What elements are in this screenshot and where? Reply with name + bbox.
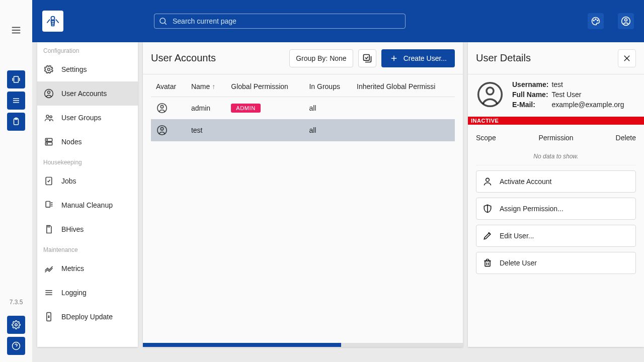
search-field[interactable]: [154, 14, 406, 29]
column-inherited-global-permissi[interactable]: Inherited Global Permissi: [352, 74, 455, 97]
cell-inherited: [352, 119, 455, 141]
sidenav-item-label: User Groups: [61, 114, 101, 122]
palette-icon: [591, 16, 601, 26]
plus-icon: [389, 54, 398, 63]
svg-point-11: [15, 324, 18, 326]
svg-point-26: [46, 115, 49, 118]
account-icon: [44, 88, 54, 99]
cell-in-groups: all: [304, 119, 352, 141]
edit-user-label: Edit User...: [500, 232, 534, 240]
theme-button[interactable]: [588, 13, 604, 29]
svg-line-17: [165, 23, 166, 24]
sidenav-item-metrics[interactable]: Metrics: [37, 256, 138, 281]
menu-button[interactable]: [6, 20, 26, 40]
app-logo[interactable]: [42, 11, 63, 32]
cell-permission: [226, 119, 304, 141]
gear-icon: [44, 64, 54, 74]
create-user-button[interactable]: Create User...: [381, 49, 455, 67]
profile-button[interactable]: [618, 13, 634, 29]
rail-nav-1[interactable]: [7, 70, 25, 88]
horizontal-scrollbar[interactable]: [143, 343, 463, 347]
account-icon: [621, 16, 631, 26]
person-icon: [482, 176, 493, 187]
rail-nav-3[interactable]: [7, 113, 25, 131]
table-row[interactable]: adminADMINall: [151, 97, 455, 120]
rail-help[interactable]: [7, 337, 25, 355]
sidenav-item-label: Nodes: [61, 138, 82, 146]
perm-col-delete: Delete: [583, 134, 636, 142]
svg-point-25: [48, 91, 50, 94]
sidenav-item-jobs[interactable]: Jobs: [37, 169, 138, 193]
detail-title: User Details: [476, 52, 531, 64]
permissions-header: Scope Permission Delete: [476, 130, 636, 146]
svg-rect-3: [14, 76, 19, 82]
edit-user-button[interactable]: Edit User...: [476, 225, 636, 247]
delete-user-label: Delete User: [500, 259, 537, 267]
edit-icon: [482, 231, 493, 241]
svg-point-23: [48, 68, 50, 71]
column-global-permission[interactable]: Global Permission: [226, 74, 304, 97]
select-all-icon: [362, 53, 372, 63]
bulk-select-button[interactable]: [358, 49, 376, 67]
left-rail: 7.3.5: [0, 0, 32, 362]
list-icon: [44, 288, 54, 298]
sweep-icon: [44, 200, 54, 210]
sidenav-item-user-accounts[interactable]: User Accounts: [37, 81, 138, 106]
group-by-button[interactable]: Group By: None: [289, 49, 353, 67]
svg-point-55: [486, 178, 490, 182]
svg-point-30: [47, 139, 48, 140]
sidenav-item-label: User Accounts: [61, 89, 107, 98]
column-in-groups[interactable]: In Groups: [304, 74, 352, 97]
shield-icon: [482, 204, 493, 214]
sidenav-item-bhives[interactable]: BHives: [37, 217, 138, 241]
sidenav-section-label: Housekeeping: [37, 154, 138, 169]
assign-permission-button[interactable]: Assign Permission...: [476, 198, 636, 220]
cell-inherited: [352, 97, 455, 120]
svg-point-50: [160, 128, 164, 131]
sidenav-item-label: BHives: [61, 225, 84, 233]
delete-user-button[interactable]: Delete User: [476, 252, 636, 274]
cell-permission: ADMIN: [226, 97, 304, 120]
trash-icon: [482, 258, 493, 268]
help-icon: [12, 341, 21, 350]
table-row[interactable]: testall: [151, 119, 455, 141]
rail-settings[interactable]: [7, 316, 25, 334]
group-icon: [44, 113, 54, 123]
activate-account-button[interactable]: Activate Account: [476, 170, 636, 193]
column-name[interactable]: Name↑: [186, 74, 226, 97]
sidenav-item-user-groups[interactable]: User Groups: [37, 106, 138, 130]
avatar-icon: [156, 124, 168, 136]
sidenav-item-bdeploy-update[interactable]: BDeploy Update: [37, 305, 138, 329]
rail-nav-2[interactable]: [7, 92, 25, 110]
clipboard-icon: [12, 117, 21, 126]
email-value: example@example.org: [551, 101, 624, 109]
svg-rect-44: [363, 54, 369, 60]
cell-name: test: [186, 119, 226, 141]
fullname-key: Full Name:: [512, 90, 548, 99]
scrollbar-thumb[interactable]: [143, 343, 341, 347]
update-icon: [44, 312, 54, 322]
sidenav-item-label: Logging: [61, 289, 87, 297]
list-icon: [12, 96, 21, 105]
svg-point-27: [50, 116, 52, 118]
svg-point-18: [593, 20, 594, 21]
cell-name: admin: [186, 97, 226, 120]
sidenav-item-nodes[interactable]: Nodes: [37, 130, 138, 154]
close-details-button[interactable]: [618, 49, 636, 67]
user-details-panel: User Details Username: test F: [468, 42, 644, 347]
user-accounts-table: AvatarName↑Global PermissionIn GroupsInh…: [151, 74, 455, 141]
search-icon: [158, 17, 168, 26]
sidenav-item-logging[interactable]: Logging: [37, 281, 138, 305]
sidenav-item-manual-cleanup[interactable]: Manual Cleanup: [37, 193, 138, 217]
panel-icon: [12, 75, 21, 84]
config-sidenav: ConfigurationSettingsUser AccountsUser G…: [37, 42, 138, 347]
sidenav-item-settings[interactable]: Settings: [37, 57, 138, 81]
column-avatar[interactable]: Avatar: [151, 74, 186, 97]
sidenav-item-label: BDeploy Update: [61, 313, 113, 321]
table-header-row: AvatarName↑Global PermissionIn GroupsInh…: [151, 74, 455, 97]
svg-point-16: [160, 18, 166, 24]
username-key: Username:: [512, 80, 548, 88]
search-input[interactable]: [172, 17, 401, 26]
sort-asc-icon: ↑: [212, 82, 215, 90]
admin-badge: ADMIN: [231, 104, 260, 113]
